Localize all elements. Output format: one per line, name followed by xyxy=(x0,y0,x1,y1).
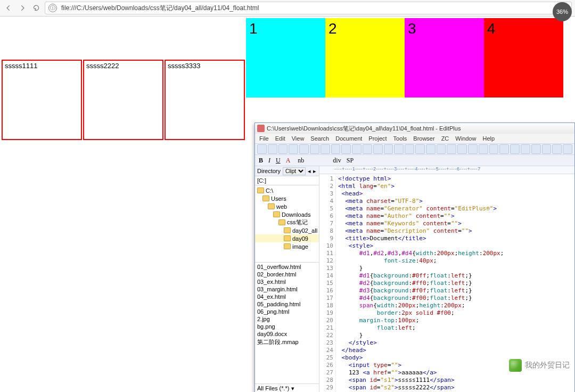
menu-help[interactable]: Help xyxy=(482,135,495,142)
tree-node[interactable]: day02_all xyxy=(255,226,319,234)
toolbar-icon[interactable] xyxy=(563,144,572,154)
menu-zc[interactable]: ZC xyxy=(441,135,449,142)
italic-button[interactable]: I xyxy=(267,157,272,165)
tree-node[interactable]: Downloads xyxy=(255,210,319,218)
file-item[interactable]: bg.png xyxy=(257,323,317,331)
clip-dropdown[interactable]: Clipt xyxy=(283,167,306,175)
underline-button[interactable]: U xyxy=(274,157,282,165)
tree-node[interactable]: css笔记 xyxy=(255,218,319,226)
directory-tab[interactable]: Directory xyxy=(257,168,281,174)
color-a-button[interactable]: A xyxy=(284,157,292,165)
file-item[interactable]: 01_overflow.html xyxy=(257,264,317,271)
toolbar-icon[interactable] xyxy=(489,144,499,154)
menu-document[interactable]: Document xyxy=(335,135,362,142)
menu-file[interactable]: File xyxy=(259,135,269,142)
address-bar[interactable]: ⓘ xyxy=(45,2,572,14)
menu-view[interactable]: View xyxy=(292,135,305,142)
toolbar-format: B I U A nb div SP xyxy=(255,155,574,166)
file-item[interactable]: 02_border.html xyxy=(257,271,317,279)
float-box-3: 3 xyxy=(405,18,484,97)
chevron-right-icon[interactable]: ▸ xyxy=(313,168,316,175)
sp-button[interactable]: SP xyxy=(345,157,355,165)
bold-button[interactable]: B xyxy=(257,157,265,165)
window-title: C:\Users\web\Downloads\css笔记\day04_all\d… xyxy=(267,125,461,133)
file-item[interactable]: 03_ex.html xyxy=(257,279,317,286)
toolbar-icon[interactable] xyxy=(321,144,330,154)
toolbar-icon[interactable] xyxy=(363,144,372,154)
toolbar-icon[interactable] xyxy=(257,144,267,154)
toolbar-main xyxy=(255,143,574,155)
toolbar-icon[interactable] xyxy=(341,144,351,154)
toolbar-icon[interactable] xyxy=(447,144,456,154)
folder-icon xyxy=(284,227,291,233)
menu-edit[interactable]: Edit xyxy=(275,135,285,142)
zoom-badge[interactable]: 36% xyxy=(553,2,572,21)
file-filter[interactable]: All Files (*.*) ▾ xyxy=(255,383,319,392)
toolbar-icon[interactable] xyxy=(521,144,530,154)
menu-browser[interactable]: Browser xyxy=(413,135,434,142)
url-input[interactable] xyxy=(60,4,568,12)
toolbar-icon[interactable] xyxy=(510,144,520,154)
div-button[interactable]: div xyxy=(331,157,342,165)
toolbar-icon[interactable] xyxy=(278,144,288,154)
editplus-icon xyxy=(257,125,265,132)
folder-icon xyxy=(278,219,285,225)
toolbar-icon[interactable] xyxy=(552,144,562,154)
tree-node[interactable]: Users xyxy=(255,194,319,202)
toolbar-icon[interactable] xyxy=(394,144,404,154)
back-button[interactable] xyxy=(3,3,14,13)
tree-label: image xyxy=(292,243,308,250)
float-box-1: 1 xyxy=(246,18,325,97)
tree-node[interactable]: image xyxy=(255,242,319,250)
window-titlebar[interactable]: C:\Users\web\Downloads\css笔记\day04_all\d… xyxy=(255,123,574,134)
menu-search[interactable]: Search xyxy=(310,135,329,142)
chevron-left-icon[interactable]: ◂ xyxy=(308,168,311,175)
nb-button[interactable]: nb xyxy=(296,157,306,165)
toolbar-icon[interactable] xyxy=(542,144,552,154)
file-item[interactable]: 06_png.html xyxy=(257,308,317,316)
toolbar-icon[interactable] xyxy=(352,144,362,154)
site-info-icon[interactable]: ⓘ xyxy=(48,4,57,12)
toolbar-icon[interactable] xyxy=(310,144,319,154)
tree-node[interactable]: day09 xyxy=(255,234,319,242)
page-viewport: 1 2 3 4 sssss1111 sssss2222 sssss3333 C:… xyxy=(0,16,575,392)
toolbar-icon[interactable] xyxy=(531,144,541,154)
toolbar-icon[interactable] xyxy=(384,144,393,154)
toolbar-icon[interactable] xyxy=(405,144,414,154)
watermark: 我的外贸日记 xyxy=(509,359,570,372)
ruler: ----+----1----+----2----+----3----+----4… xyxy=(319,166,574,174)
file-item[interactable]: 04_ex.html xyxy=(257,293,317,301)
menu-window[interactable]: Window xyxy=(455,135,476,142)
toolbar-icon[interactable] xyxy=(468,144,478,154)
code-editor[interactable]: ----+----1----+----2----+----3----+----4… xyxy=(319,166,574,392)
file-item[interactable]: 05_padding.html xyxy=(257,301,317,308)
toolbar-icon[interactable] xyxy=(289,144,298,154)
toolbar-icon[interactable] xyxy=(426,144,436,154)
drive-selector[interactable]: [C:] xyxy=(255,176,319,185)
file-item[interactable]: day09.docx xyxy=(257,331,317,338)
file-list[interactable]: 01_overflow.html02_border.html03_ex.html… xyxy=(255,263,319,383)
tree-label: day09 xyxy=(292,235,308,242)
file-item[interactable]: 03_margin.html xyxy=(257,286,317,293)
toolbar-icon[interactable] xyxy=(415,144,425,154)
tree-label: day02_all xyxy=(292,227,317,234)
file-item[interactable]: 2.jpg xyxy=(257,316,317,323)
menu-tools[interactable]: Tools xyxy=(393,135,407,142)
folder-tree[interactable]: C:\UserswebDownloadscss笔记day02_allday09i… xyxy=(255,185,319,263)
toolbar-icon[interactable] xyxy=(331,144,341,154)
reload-button[interactable] xyxy=(31,3,42,13)
menu-project[interactable]: Project xyxy=(368,135,387,142)
editplus-window: C:\Users\web\Downloads\css笔记\day04_all\d… xyxy=(254,123,575,392)
toolbar-icon[interactable] xyxy=(499,144,509,154)
toolbar-icon[interactable] xyxy=(479,144,488,154)
toolbar-icon[interactable] xyxy=(299,144,309,154)
forward-button[interactable] xyxy=(17,3,28,13)
toolbar-icon[interactable] xyxy=(457,144,467,154)
toolbar-icon[interactable] xyxy=(268,144,277,154)
toolbar-icon[interactable] xyxy=(437,144,446,154)
file-item[interactable]: 第二阶段.mmap xyxy=(257,338,317,346)
float-box-4: 4 xyxy=(484,18,563,97)
tree-node[interactable]: web xyxy=(255,202,319,210)
tree-node[interactable]: C:\ xyxy=(255,186,319,194)
toolbar-icon[interactable] xyxy=(373,144,383,154)
